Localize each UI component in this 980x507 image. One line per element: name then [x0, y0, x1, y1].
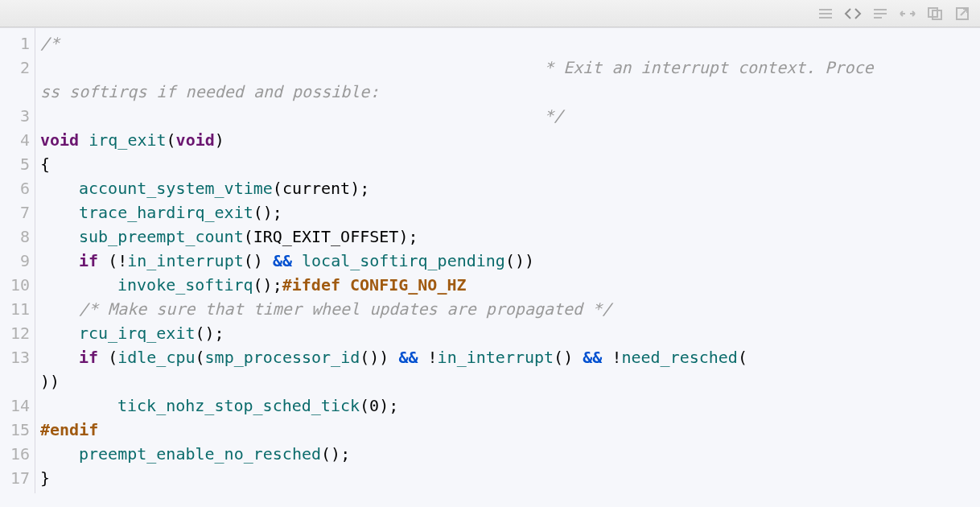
editor-toolbar	[0, 0, 980, 27]
code-line: #endif	[40, 418, 974, 442]
code-line: tick_nohz_stop_sched_tick(0);	[40, 394, 974, 418]
code-line: invoke_softirq();#ifdef CONFIG_NO_HZ	[40, 273, 974, 297]
code-line: /*	[40, 31, 974, 56]
line-number: 17	[8, 466, 30, 490]
line-number: 16	[8, 442, 30, 466]
code-line: if (idle_cpu(smp_processor_id()) && !in_…	[40, 345, 974, 369]
line-number: 14	[8, 394, 30, 418]
code-editor[interactable]: 12 345678910111213 14151617 /* * Exit an…	[0, 27, 980, 493]
line-number: 11	[8, 297, 30, 321]
line-number	[8, 369, 30, 394]
line-number: 9	[8, 249, 30, 273]
line-number: 1	[8, 31, 30, 56]
line-number: 5	[8, 152, 30, 176]
code-icon[interactable]	[842, 4, 864, 23]
line-number: 13	[8, 345, 30, 369]
list-icon[interactable]	[869, 4, 891, 23]
line-number: 4	[8, 128, 30, 152]
code-line: ss softirqs if needed and possible:	[40, 80, 974, 104]
line-number: 8	[8, 225, 30, 249]
line-number: 7	[8, 200, 30, 225]
line-number	[8, 80, 30, 104]
line-number: 2	[8, 56, 30, 80]
code-line: sub_preempt_count(IRQ_EXIT_OFFSET);	[40, 225, 974, 249]
menu-icon[interactable]	[814, 4, 837, 23]
code-line: void irq_exit(void)	[40, 128, 974, 152]
line-number: 15	[8, 418, 30, 442]
code-line: {	[40, 152, 974, 176]
code-line: /* Make sure that timer wheel updates ar…	[40, 297, 974, 321]
code-line: ))	[40, 369, 974, 394]
code-content[interactable]: /* * Exit an interrupt context. Process …	[35, 28, 980, 493]
code-line: }	[40, 466, 974, 490]
line-number-gutter: 12 345678910111213 14151617	[0, 28, 35, 493]
code-line: trace_hardirq_exit();	[40, 200, 974, 225]
code-line: */	[40, 104, 974, 128]
code-line: if (!in_interrupt() && local_softirq_pen…	[40, 249, 974, 273]
code-line: rcu_irq_exit();	[40, 321, 974, 345]
line-number: 6	[8, 176, 30, 200]
line-number: 12	[8, 321, 30, 345]
popout-icon[interactable]	[951, 4, 974, 23]
line-number: 10	[8, 273, 30, 297]
line-number: 3	[8, 104, 30, 128]
expand-icon[interactable]	[896, 4, 919, 23]
code-line: * Exit an interrupt context. Proce	[40, 56, 974, 80]
copy-icon[interactable]	[924, 4, 946, 23]
code-line: preempt_enable_no_resched();	[40, 442, 974, 466]
code-line: account_system_vtime(current);	[40, 176, 974, 200]
